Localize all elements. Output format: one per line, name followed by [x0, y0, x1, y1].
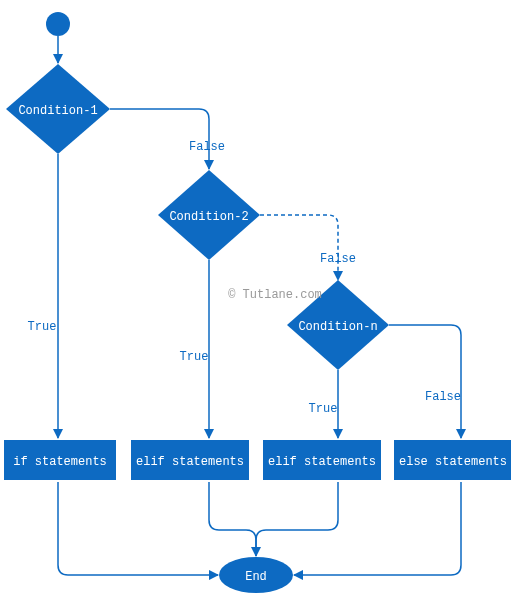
else-label: else statements: [399, 455, 507, 469]
edge-else-end: [294, 482, 461, 575]
condition-2-label: Condition-2: [169, 210, 248, 224]
end-label: End: [245, 570, 267, 584]
label-cond2-true: True: [180, 350, 209, 364]
end-node: End: [219, 557, 293, 593]
condition-1-label: Condition-1: [18, 104, 97, 118]
label-cond1-true: True: [28, 320, 57, 334]
edge-elif2-end: [256, 482, 338, 556]
else-statements: else statements: [394, 440, 511, 480]
edge-condn-false: [389, 325, 461, 438]
elif1-label: elif statements: [136, 455, 244, 469]
label-cond2-false: False: [320, 252, 356, 266]
edge-cond1-false: [110, 109, 209, 169]
label-cond1-false: False: [189, 140, 225, 154]
edge-if-end: [58, 482, 218, 575]
condition-2: Condition-2: [158, 170, 260, 260]
watermark: © Tutlane.com: [228, 288, 322, 302]
condition-n-label: Condition-n: [298, 320, 377, 334]
elif-statements-1: elif statements: [131, 440, 249, 480]
label-condn-false: False: [425, 390, 461, 404]
if-statements-label: if statements: [13, 455, 107, 469]
edge-elif1-end: [209, 482, 256, 556]
elif-statements-2: elif statements: [263, 440, 381, 480]
condition-1: Condition-1: [6, 64, 110, 154]
if-statements: if statements: [4, 440, 116, 480]
start-node: [46, 12, 70, 36]
label-condn-true: True: [309, 402, 338, 416]
edge-cond2-false: [260, 215, 338, 280]
elif2-label: elif statements: [268, 455, 376, 469]
